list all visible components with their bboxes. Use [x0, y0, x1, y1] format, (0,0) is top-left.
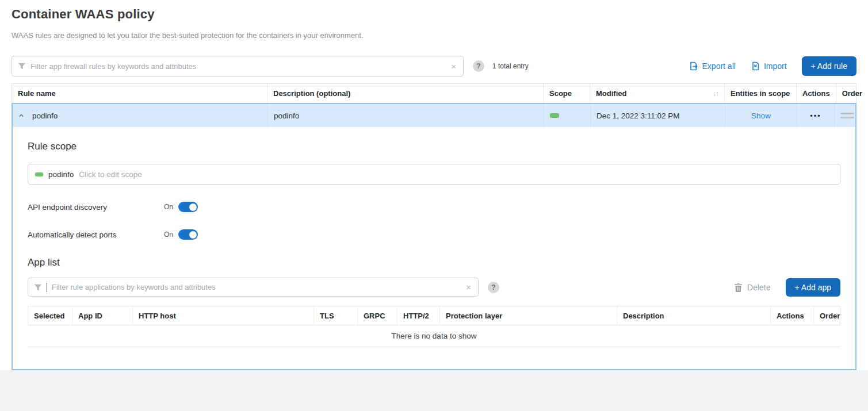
- api-endpoint-discovery-toggle[interactable]: [178, 202, 198, 212]
- auto-detect-ports-label: Automatically detect ports: [28, 231, 164, 239]
- rule-scope-cell: [544, 104, 590, 127]
- container-waas-policy-page: Container WAAS policy WAAS rules are des…: [0, 0, 868, 370]
- app-column-grpc: GRPC: [357, 306, 397, 325]
- app-column-description: Description: [617, 306, 770, 325]
- export-all-button[interactable]: Export all: [689, 62, 736, 71]
- apps-empty-state: There is no data to show: [28, 325, 840, 347]
- rule-actions-cell: •••: [797, 104, 834, 127]
- entities-in-scope-cell: Show: [725, 104, 797, 127]
- export-icon: [689, 62, 698, 71]
- delete-apps-button[interactable]: Delete: [734, 283, 770, 292]
- apps-filter-input[interactable]: [52, 283, 460, 291]
- app-column-order: Order: [813, 306, 846, 325]
- page-subtitle: WAAS rules are designed to let you tailo…: [0, 31, 868, 40]
- app-column-http2: HTTP/2: [397, 306, 439, 325]
- auto-detect-ports-state: On: [164, 231, 173, 239]
- toggle-knob: [189, 231, 197, 239]
- collection-badge-icon: [35, 172, 43, 176]
- api-endpoint-discovery-row: API endpoint discovery On: [28, 202, 840, 212]
- scope-edit-placeholder: Click to edit scope: [79, 170, 142, 179]
- rule-scope-section-title: Rule scope: [28, 141, 840, 152]
- rules-toolbar: × ? 1 total entry Export all Import + Ad…: [12, 56, 856, 76]
- help-icon[interactable]: ?: [488, 282, 499, 293]
- app-column-actions: Actions: [770, 306, 813, 325]
- rule-detail-panel: Rule scope podinfo Click to edit scope A…: [13, 127, 855, 369]
- filter-icon: [18, 62, 26, 70]
- modified-header-label: Modified: [596, 89, 626, 98]
- export-all-label: Export all: [702, 62, 736, 71]
- app-list-section-title: App list: [28, 257, 840, 268]
- collection-badge-icon: [550, 113, 559, 118]
- rule-modified: Dec 1, 2022 3:11:02 PM: [590, 104, 725, 127]
- column-header-scope: Scope: [543, 84, 590, 103]
- rules-filter-box[interactable]: ×: [12, 56, 464, 76]
- auto-detect-ports-row: Automatically detect ports On: [28, 229, 840, 240]
- column-header-order: Order: [836, 84, 868, 103]
- trash-icon: [734, 283, 743, 292]
- drag-handle-icon[interactable]: [840, 113, 854, 118]
- app-column-tls: TLS: [313, 306, 357, 325]
- rule-name: podinfo: [32, 112, 58, 120]
- delete-label: Delete: [747, 283, 770, 292]
- rule-name-cell: podinfo: [13, 104, 267, 127]
- rule-table-row[interactable]: podinfo podinfo Dec 1, 2022 3:11:02 PM S…: [13, 104, 855, 127]
- app-column-http-host: HTTP host: [132, 306, 313, 325]
- clear-filter-icon[interactable]: ×: [465, 283, 472, 291]
- app-column-app-id: App ID: [72, 306, 132, 325]
- toggle-knob: [189, 203, 197, 211]
- add-rule-button[interactable]: + Add rule: [802, 56, 856, 76]
- column-header-description: Description (optional): [267, 84, 543, 103]
- rule-scope-field[interactable]: podinfo Click to edit scope: [28, 164, 840, 185]
- rule-order-cell: [834, 104, 860, 127]
- column-header-modified: Modified ↓↑: [590, 84, 724, 103]
- filter-icon: [34, 283, 42, 291]
- text-cursor: [47, 283, 47, 292]
- show-entities-link[interactable]: Show: [751, 112, 771, 120]
- import-button[interactable]: Import: [751, 62, 787, 71]
- app-column-protection-layer: Protection layer: [439, 306, 617, 325]
- rule-description: podinfo: [267, 104, 544, 127]
- api-endpoint-discovery-state: On: [164, 203, 173, 211]
- column-header-rule-name: Rule name: [12, 84, 267, 103]
- import-icon: [751, 62, 760, 71]
- import-label: Import: [764, 62, 787, 71]
- rules-table-header: Rule name Description (optional) Scope M…: [12, 83, 856, 103]
- auto-detect-ports-toggle[interactable]: [178, 229, 198, 240]
- rule-expanded-block: podinfo podinfo Dec 1, 2022 3:11:02 PM S…: [12, 103, 856, 370]
- apps-filter-box[interactable]: ×: [28, 278, 479, 297]
- help-icon[interactable]: ?: [473, 60, 484, 72]
- app-list-toolbar: × ? Delete + Add app: [28, 278, 840, 297]
- sort-icon[interactable]: ↓↑: [713, 90, 718, 98]
- chevron-up-icon[interactable]: [18, 113, 24, 118]
- column-header-actions: Actions: [796, 84, 836, 103]
- page-title: Container WAAS policy: [0, 7, 868, 22]
- rules-table: Rule name Description (optional) Scope M…: [12, 83, 856, 370]
- app-column-selected: Selected: [28, 306, 72, 325]
- total-entries-count: 1 total entry: [492, 62, 529, 70]
- rules-filter-input[interactable]: [30, 62, 445, 71]
- scope-value: podinfo: [48, 170, 74, 179]
- api-endpoint-discovery-label: API endpoint discovery: [28, 203, 164, 212]
- actions-menu-icon[interactable]: •••: [810, 112, 821, 120]
- add-app-button[interactable]: + Add app: [786, 278, 840, 297]
- column-header-entities: Entities in scope: [724, 84, 796, 103]
- apps-table: Selected App ID HTTP host TLS GRPC HTTP/…: [28, 306, 840, 347]
- apps-table-header: Selected App ID HTTP host TLS GRPC HTTP/…: [28, 306, 840, 325]
- clear-filter-icon[interactable]: ×: [450, 62, 457, 71]
